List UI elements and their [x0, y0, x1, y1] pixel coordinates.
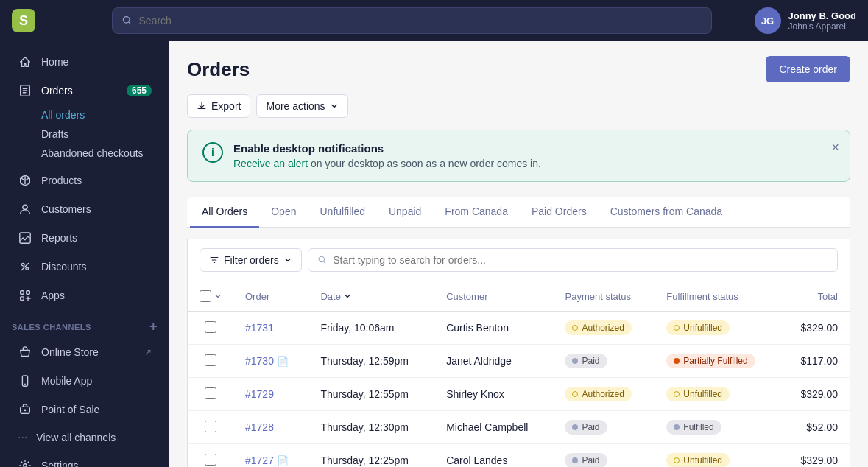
- select-dropdown-icon[interactable]: [214, 292, 222, 300]
- user-store: John's Apparel: [788, 21, 856, 32]
- select-all-checkbox[interactable]: [200, 290, 211, 302]
- sidebar-label-products: Products: [41, 175, 82, 186]
- fulfillment-badge: Partially Fulfilled: [666, 354, 755, 368]
- sidebar-label-apps: Apps: [41, 289, 65, 301]
- order-cell: #1728: [233, 411, 308, 444]
- order-link[interactable]: #1728: [245, 421, 274, 433]
- table-row: #1729 Thursday, 12:55pm Shirley Knox Aut…: [188, 378, 850, 411]
- filter-label: Filter orders: [224, 254, 279, 266]
- avatar[interactable]: JG: [755, 7, 781, 34]
- table-row: #1730📄 Thursday, 12:59pm Janet Aldridge …: [188, 345, 850, 378]
- row-checkbox[interactable]: [205, 454, 216, 466]
- orders-table-section: All OrdersOpenUnfulfilledUnpaidFrom Cana…: [187, 197, 850, 467]
- table-search-input[interactable]: [333, 254, 828, 266]
- tab-paid-orders[interactable]: Paid Orders: [520, 197, 599, 228]
- payment-status-cell: Authorized: [553, 378, 654, 411]
- th-total: Total: [781, 281, 850, 312]
- notification-title: Enable desktop notifications: [233, 142, 541, 155]
- th-order: Order: [233, 281, 308, 312]
- view-all-channels[interactable]: ··· View all channels: [6, 424, 163, 451]
- sidebar-item-discounts[interactable]: Discounts: [6, 253, 163, 281]
- add-channel-icon[interactable]: +: [149, 319, 158, 334]
- order-link[interactable]: #1730: [245, 355, 274, 367]
- table-search[interactable]: [308, 248, 838, 272]
- sidebar-sub-abandoned[interactable]: Abandoned checkouts: [35, 144, 158, 163]
- payment-dot: [572, 391, 578, 397]
- sidebar-item-reports[interactable]: Reports: [6, 224, 163, 252]
- more-actions-button[interactable]: More actions: [256, 94, 347, 118]
- create-order-button[interactable]: Create order: [766, 56, 850, 82]
- search-bar[interactable]: [112, 7, 712, 34]
- total-cell: $52.00: [781, 411, 850, 444]
- search-table-icon: [317, 255, 328, 265]
- tab-all-orders[interactable]: All Orders: [190, 197, 259, 228]
- sidebar-sub-drafts[interactable]: Drafts: [35, 124, 158, 144]
- main-content: Orders Create order Export More actions …: [169, 41, 868, 467]
- top-nav: S shopify JG Jonny B. Good John's Appare…: [0, 0, 868, 41]
- tab-open[interactable]: Open: [259, 197, 308, 228]
- date-cell: Thursday, 12:30pm: [308, 411, 434, 444]
- sidebar-label-home: Home: [41, 56, 68, 68]
- order-link[interactable]: #1731: [245, 322, 274, 334]
- sidebar-item-orders[interactable]: Orders 655: [6, 77, 163, 105]
- filter-icon: [209, 255, 219, 265]
- filter-orders-button[interactable]: Filter orders: [200, 248, 302, 272]
- sidebar-item-products[interactable]: Products: [6, 166, 163, 194]
- row-checkbox[interactable]: [205, 321, 216, 333]
- sidebar-item-mobile-app[interactable]: Mobile App: [6, 367, 163, 395]
- orders-badge: 655: [127, 85, 152, 96]
- notification-link[interactable]: Receive an alert: [233, 158, 308, 169]
- row-checkbox[interactable]: [205, 387, 216, 399]
- sidebar-label-discounts: Discounts: [41, 261, 86, 273]
- sidebar-sub-all-orders[interactable]: All orders: [35, 105, 158, 124]
- th-date[interactable]: Date: [308, 281, 434, 312]
- search-input[interactable]: [139, 15, 702, 27]
- sidebar-label-customers: Customers: [41, 203, 91, 215]
- toolbar: Export More actions: [187, 94, 850, 118]
- sidebar-label-orders: Orders: [41, 85, 73, 96]
- tab-customers-from-canada[interactable]: Customers from Canada: [599, 197, 735, 228]
- sidebar-item-apps[interactable]: Apps: [6, 281, 163, 309]
- discounts-icon: [18, 259, 32, 274]
- sidebar-item-online-store[interactable]: Online Store ↗: [6, 338, 163, 366]
- home-icon: [18, 55, 32, 69]
- external-link-icon[interactable]: ↗: [144, 347, 152, 357]
- row-checkbox[interactable]: [205, 421, 216, 432]
- row-checkbox-cell: [188, 444, 233, 468]
- logo[interactable]: S shopify: [12, 9, 100, 32]
- total-cell: $329.00: [781, 312, 850, 345]
- row-checkbox[interactable]: [205, 354, 216, 366]
- svg-rect-7: [27, 291, 30, 295]
- tab-unfulfilled[interactable]: Unfulfilled: [308, 197, 376, 228]
- th-checkbox: [188, 281, 233, 312]
- customer-cell: Michael Campbell: [434, 411, 553, 444]
- svg-point-0: [123, 17, 130, 24]
- payment-dot: [572, 325, 578, 331]
- pos-icon: [18, 402, 32, 417]
- order-link[interactable]: #1729: [245, 388, 274, 400]
- sidebar-item-customers[interactable]: Customers: [6, 195, 163, 223]
- orders-icon: [18, 83, 32, 98]
- svg-point-4: [22, 264, 25, 267]
- sidebar-item-settings[interactable]: Settings: [6, 452, 163, 467]
- fulfillment-status-cell: Fulfilled: [654, 411, 781, 444]
- close-notification-button[interactable]: ×: [831, 141, 839, 154]
- sidebar-item-home[interactable]: Home: [6, 48, 163, 76]
- online-store-label: Online Store: [41, 346, 99, 358]
- tab-from-canada[interactable]: From Canada: [433, 197, 520, 228]
- sidebar-item-pos[interactable]: Point of Sale: [6, 396, 163, 424]
- fulfillment-status-cell: Unfulfilled: [654, 312, 781, 345]
- settings-icon: [18, 458, 32, 467]
- payment-badge: Paid: [565, 354, 607, 368]
- order-link[interactable]: #1727: [245, 454, 274, 466]
- fulfillment-badge: Unfulfilled: [666, 453, 730, 467]
- th-fulfillment: Fulfillment status: [654, 281, 781, 312]
- export-button[interactable]: Export: [187, 94, 250, 118]
- customer-cell: Shirley Knox: [434, 378, 553, 411]
- sales-channels-label: SALES CHANNELS: [12, 323, 91, 331]
- total-cell: $329.00: [781, 444, 850, 468]
- orders-table: Order Date Customer Payment status Fulfi…: [188, 281, 850, 467]
- tab-unpaid[interactable]: Unpaid: [377, 197, 433, 228]
- user-info: Jonny B. Good John's Apparel: [788, 10, 856, 32]
- table-row: #1728 Thursday, 12:30pm Michael Campbell…: [188, 411, 850, 444]
